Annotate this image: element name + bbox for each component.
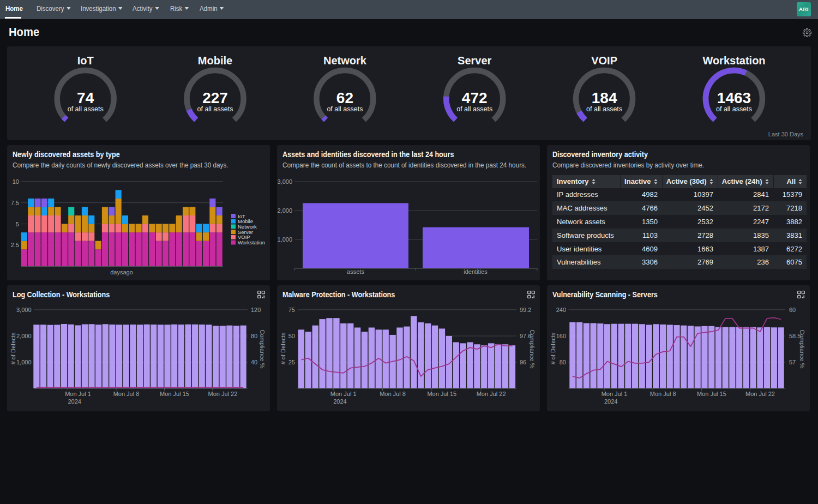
svg-text:Mon Jul 1: Mon Jul 1 xyxy=(65,391,91,397)
svg-text:Last 30 Days: Last 30 Days xyxy=(768,131,804,137)
svg-text:80: 80 xyxy=(560,359,566,365)
svg-text:Compliance %: Compliance % xyxy=(529,330,536,369)
svg-text:240: 240 xyxy=(556,307,566,313)
svg-text:# of Defects: # of Defects xyxy=(550,332,556,364)
svg-text:Mobile: Mobile xyxy=(198,55,232,67)
svg-text:62: 62 xyxy=(336,89,353,106)
svg-text:Mon Jul 15: Mon Jul 15 xyxy=(697,391,726,397)
svg-text:2024: 2024 xyxy=(333,398,346,405)
svg-text:50: 50 xyxy=(288,333,295,339)
svg-text:of all assets: of all assets xyxy=(68,105,104,113)
svg-text:1,000: 1,000 xyxy=(16,359,32,365)
svg-text:75: 75 xyxy=(288,307,295,313)
svg-text:2,000: 2,000 xyxy=(277,207,292,214)
svg-text:# of Defects: # of Defects xyxy=(10,332,16,364)
svg-text:Mon Jul 22: Mon Jul 22 xyxy=(477,391,506,397)
svg-text:Mon Jul 1: Mon Jul 1 xyxy=(602,391,628,397)
svg-text:of all assets: of all assets xyxy=(586,105,622,113)
svg-text:Compliance %: Compliance % xyxy=(799,330,805,369)
svg-text:60: 60 xyxy=(789,307,796,313)
svg-text:of all assets: of all assets xyxy=(197,105,233,113)
svg-text:25: 25 xyxy=(288,359,295,365)
svg-text:99.2: 99.2 xyxy=(520,307,531,313)
svg-text:1,000: 1,000 xyxy=(277,236,292,243)
svg-text:2.5: 2.5 xyxy=(11,242,19,248)
svg-text:Mon Jul 22: Mon Jul 22 xyxy=(745,391,775,397)
svg-text:40: 40 xyxy=(251,359,257,365)
svg-text:assets: assets xyxy=(347,268,364,275)
svg-text:Workstation: Workstation xyxy=(702,55,765,67)
svg-text:Workstation: Workstation xyxy=(238,239,265,245)
svg-text:184: 184 xyxy=(592,89,617,106)
svg-text:472: 472 xyxy=(462,89,488,106)
svg-text:80: 80 xyxy=(251,333,257,339)
svg-text:96: 96 xyxy=(520,359,526,365)
svg-text:Mon Jul 1: Mon Jul 1 xyxy=(330,391,357,397)
svg-text:120: 120 xyxy=(251,307,261,313)
svg-text:3,000: 3,000 xyxy=(277,178,292,185)
svg-text:5: 5 xyxy=(16,221,19,227)
svg-text:2,000: 2,000 xyxy=(16,333,32,339)
svg-text:of all assets: of all assets xyxy=(456,105,492,113)
svg-text:Compliance %: Compliance % xyxy=(259,330,266,369)
svg-text:10: 10 xyxy=(13,178,19,185)
svg-text:Network: Network xyxy=(323,55,367,67)
svg-text:identities: identities xyxy=(464,268,488,275)
svg-text:Mon Jul 8: Mon Jul 8 xyxy=(113,391,140,397)
svg-text:160: 160 xyxy=(556,333,566,339)
svg-text:3,000: 3,000 xyxy=(16,307,32,313)
svg-text:74: 74 xyxy=(77,89,94,106)
svg-text:Server: Server xyxy=(458,55,491,67)
svg-text:Mon Jul 8: Mon Jul 8 xyxy=(650,391,676,397)
svg-text:Mon Jul 15: Mon Jul 15 xyxy=(160,391,189,397)
svg-text:of all assets: of all assets xyxy=(716,105,752,113)
svg-text:VOIP: VOIP xyxy=(591,55,617,67)
svg-text:Mon Jul 15: Mon Jul 15 xyxy=(427,391,456,397)
svg-text:IoT: IoT xyxy=(77,55,94,67)
svg-text:of all assets: of all assets xyxy=(327,105,363,113)
svg-text:2024: 2024 xyxy=(68,398,81,405)
svg-text:Mon Jul 22: Mon Jul 22 xyxy=(208,391,237,397)
svg-text:1463: 1463 xyxy=(717,89,751,106)
svg-text:227: 227 xyxy=(202,89,228,106)
svg-text:7.5: 7.5 xyxy=(11,200,19,206)
svg-text:Mon Jul 8: Mon Jul 8 xyxy=(380,391,406,397)
svg-text:2024: 2024 xyxy=(604,398,617,405)
svg-text:# of Defects: # of Defects xyxy=(280,332,286,364)
svg-text:57: 57 xyxy=(789,359,796,365)
svg-text:daysago: daysago xyxy=(110,269,133,275)
